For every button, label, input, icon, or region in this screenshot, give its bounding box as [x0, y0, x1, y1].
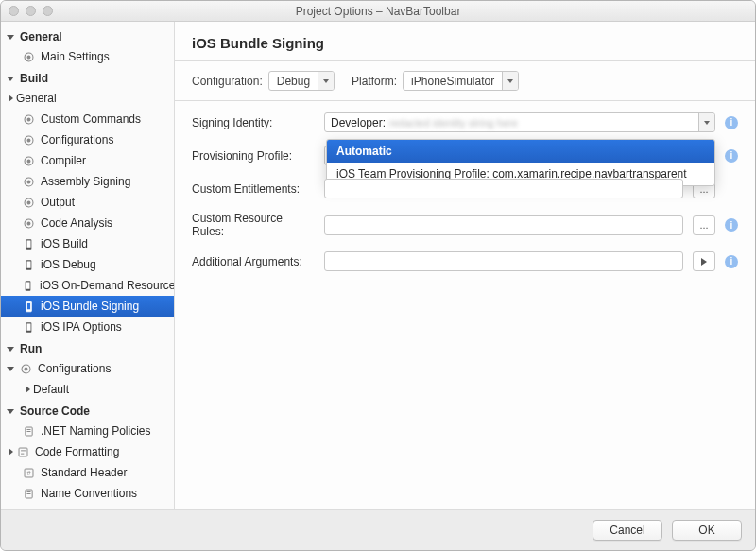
target-icon	[22, 50, 35, 63]
tree-item-code-analysis[interactable]: Code Analysis	[1, 213, 174, 233]
chevron-right-icon	[9, 448, 13, 456]
svg-point-11	[27, 201, 30, 204]
window-controls	[9, 6, 53, 16]
custom-resource-rules-input[interactable]	[324, 215, 683, 235]
tree-section-source-code[interactable]: Source Code	[1, 402, 174, 421]
target-icon	[22, 154, 35, 167]
tree-item-run-configurations[interactable]: Configurations	[1, 358, 174, 379]
tree-section-general[interactable]: General	[1, 27, 174, 46]
tree-item-net-naming[interactable]: .NET Naming Policies	[1, 421, 174, 441]
titlebar: Project Options – NavBarToolbar	[1, 1, 755, 22]
tree-section-build[interactable]: Build	[1, 69, 174, 88]
window-title: Project Options – NavBarToolbar	[1, 5, 755, 18]
svg-point-9	[27, 181, 30, 183]
tree-item-configurations[interactable]: Configurations	[1, 129, 174, 150]
custom-resource-rules-label: Custom Resource Rules:	[192, 212, 315, 238]
custom-entitlements-input[interactable]	[324, 179, 683, 198]
svg-rect-17	[26, 261, 30, 267]
doc-icon	[22, 487, 35, 500]
tree-item-run-default[interactable]: Default	[1, 379, 174, 400]
platform-label: Platform:	[352, 75, 397, 88]
chevron-down-icon	[502, 72, 518, 90]
info-icon[interactable]: i	[725, 218, 738, 232]
custom-entitlements-label: Custom Entitlements:	[192, 182, 315, 196]
svg-point-25	[25, 368, 27, 370]
tree-item-assembly-signing[interactable]: Assembly Signing	[1, 171, 174, 192]
phone-icon	[22, 279, 34, 292]
svg-text:#: #	[26, 469, 31, 477]
platform-dropdown[interactable]: iPhoneSimulator	[403, 71, 519, 91]
project-options-window: Project Options – NavBarToolbar General …	[0, 0, 756, 551]
svg-point-13	[27, 222, 30, 225]
target-icon	[22, 175, 35, 188]
chevron-down-icon	[7, 77, 14, 81]
chevron-right-icon	[9, 95, 13, 102]
footer: Cancel OK	[1, 509, 755, 550]
run-arguments-button[interactable]	[693, 251, 715, 271]
phone-icon	[22, 320, 35, 334]
phone-icon	[22, 237, 35, 250]
provisioning-profile-label: Provisioning Profile:	[192, 149, 315, 163]
info-icon[interactable]: i	[725, 116, 738, 129]
tree-item-ios-ipa[interactable]: iOS IPA Options	[1, 317, 174, 337]
svg-rect-23	[26, 323, 30, 330]
tree-item-ios-debug[interactable]: iOS Debug	[1, 254, 174, 275]
chevron-down-icon	[7, 409, 14, 414]
configuration-dropdown[interactable]: Debug	[268, 71, 335, 91]
chevron-down-icon	[7, 367, 14, 371]
tree-item-standard-header[interactable]: # Standard Header	[1, 462, 174, 483]
svg-rect-15	[26, 240, 30, 247]
svg-point-5	[27, 139, 30, 142]
tree-item-custom-commands[interactable]: Custom Commands	[1, 109, 174, 129]
browse-button[interactable]: ...	[693, 215, 715, 235]
zoom-icon[interactable]	[43, 6, 53, 16]
tree-section-run[interactable]: Run	[1, 339, 174, 358]
cancel-button[interactable]: Cancel	[593, 520, 662, 541]
tree-item-output[interactable]: Output	[1, 192, 174, 213]
chevron-down-icon	[318, 72, 334, 90]
svg-point-7	[27, 160, 30, 163]
page-title: iOS Bundle Signing	[175, 22, 755, 60]
signing-identity-label: Signing Identity:	[192, 116, 315, 129]
doc-icon	[22, 424, 35, 438]
target-icon	[22, 196, 35, 209]
close-icon[interactable]	[9, 6, 19, 16]
tree-item-name-conventions[interactable]: Name Conventions	[1, 483, 174, 504]
form-area: Signing Identity: Developer: redacted id…	[175, 101, 755, 296]
chevron-down-icon	[7, 35, 14, 40]
ok-button[interactable]: OK	[672, 520, 742, 541]
tree-item-build-general[interactable]: General	[1, 88, 174, 109]
svg-rect-29	[19, 448, 27, 456]
tree-item-main-settings[interactable]: Main Settings	[1, 46, 174, 67]
tree-item-ios-build[interactable]: iOS Build	[1, 233, 174, 254]
info-icon[interactable]: i	[725, 149, 738, 163]
sidebar: General Main Settings Build General	[1, 22, 175, 509]
info-icon[interactable]: i	[725, 255, 738, 268]
additional-arguments-label: Additional Arguments:	[192, 255, 315, 268]
additional-arguments-input[interactable]	[324, 251, 683, 271]
config-row: Configuration: Debug Platform: iPhoneSim…	[175, 61, 755, 100]
format-icon	[16, 445, 29, 458]
tree-item-compiler[interactable]: Compiler	[1, 150, 174, 171]
play-icon	[701, 258, 707, 266]
chevron-down-icon	[7, 347, 14, 352]
target-icon	[22, 133, 35, 146]
hash-icon: #	[22, 466, 35, 479]
phone-icon	[22, 258, 35, 271]
svg-rect-21	[26, 302, 30, 309]
tree-item-ios-ondemand[interactable]: iOS On-Demand Resources	[1, 275, 174, 296]
minimize-icon[interactable]	[26, 6, 36, 16]
svg-point-1	[27, 56, 30, 59]
popup-option-automatic[interactable]: Automatic	[327, 140, 714, 163]
configuration-label: Configuration:	[192, 75, 263, 88]
content-pane: iOS Bundle Signing Configuration: Debug …	[175, 22, 755, 509]
svg-point-3	[27, 118, 30, 121]
tree-item-ios-bundle-signing[interactable]: iOS Bundle Signing	[1, 296, 174, 317]
signing-identity-dropdown[interactable]: Developer: redacted identity string here	[324, 112, 715, 132]
target-icon	[22, 112, 35, 126]
svg-rect-19	[26, 282, 29, 288]
tree-item-code-formatting[interactable]: Code Formatting	[1, 441, 174, 462]
target-icon	[19, 362, 32, 375]
phone-icon	[22, 300, 35, 313]
chevron-down-icon	[698, 113, 714, 131]
